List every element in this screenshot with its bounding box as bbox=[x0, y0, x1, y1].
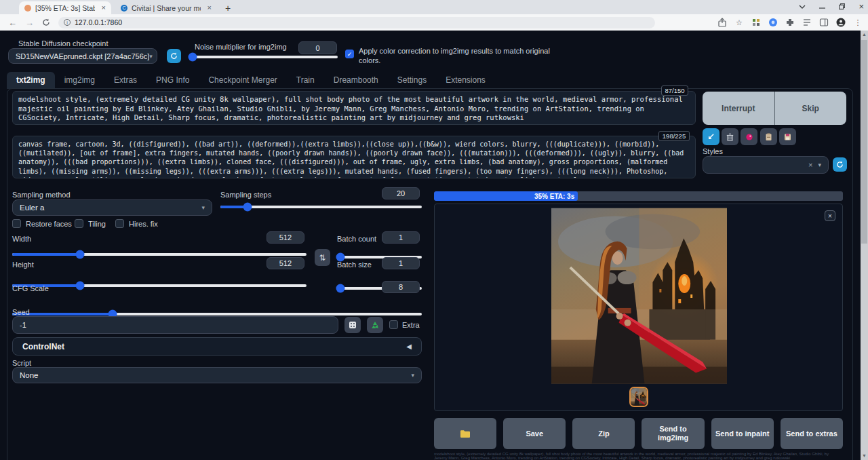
script-dropdown[interactable]: None ▾ bbox=[12, 367, 422, 383]
prompt-input[interactable]: modelshoot style, (extremely detailed CG… bbox=[12, 91, 696, 125]
hires-fix-checkbox[interactable] bbox=[115, 219, 124, 228]
checkpoint-value: SD15NewVAEpruned.ckpt [27a4ac756c] bbox=[16, 52, 149, 60]
hires-fix-option[interactable]: Hires. fix bbox=[115, 219, 158, 228]
checkpoint-dropdown[interactable]: SD15NewVAEpruned.ckpt [27a4ac756c] ▾ bbox=[8, 48, 157, 64]
browser-tab-stable-diffusion[interactable]: [35% ETA: 3s] Stable Diffusion × bbox=[19, 1, 111, 14]
swap-width-height-button[interactable]: ⇅ bbox=[315, 249, 330, 266]
slider-knob[interactable] bbox=[336, 284, 345, 293]
side-panel-icon[interactable] bbox=[819, 18, 829, 27]
sampling-steps-value[interactable]: 20 bbox=[382, 187, 420, 199]
open-folder-button[interactable] bbox=[434, 418, 496, 449]
send-to-extras-button[interactable]: Send to extras bbox=[781, 418, 843, 449]
tiling-checkbox[interactable] bbox=[75, 219, 83, 228]
sampling-steps-slider[interactable] bbox=[220, 206, 422, 208]
seed-input[interactable]: -1 bbox=[12, 316, 338, 334]
page-info-icon[interactable]: i bbox=[64, 19, 71, 26]
noise-multiplier-value[interactable]: 0 bbox=[298, 41, 337, 54]
controlnet-label: ControlNet bbox=[22, 342, 64, 351]
profile-avatar[interactable] bbox=[836, 18, 846, 27]
send-to-img2img-button[interactable]: Send to img2img bbox=[642, 418, 704, 449]
width-value[interactable]: 512 bbox=[267, 231, 304, 244]
color-correction-checkbox[interactable]: ✓ bbox=[345, 50, 354, 58]
slider-knob[interactable] bbox=[75, 250, 84, 259]
slider-knob[interactable] bbox=[243, 203, 252, 212]
width-slider[interactable] bbox=[12, 253, 307, 256]
tab-train[interactable]: Train bbox=[287, 72, 324, 89]
scroll-up-icon[interactable]: ▲ bbox=[861, 31, 868, 39]
paste-generation-params-button[interactable] bbox=[703, 128, 719, 145]
reload-icon[interactable] bbox=[42, 18, 50, 26]
tab-extras[interactable]: Extras bbox=[104, 72, 146, 89]
controlnet-accordion[interactable]: ControlNet ◀ bbox=[12, 337, 422, 356]
interrupt-button[interactable]: Interrupt bbox=[703, 92, 775, 125]
tiling-option[interactable]: Tiling bbox=[75, 219, 106, 228]
cfg-scale-slider[interactable] bbox=[12, 313, 422, 315]
extension-blue-circle-icon[interactable] bbox=[768, 18, 778, 27]
gallery-thumbnail[interactable] bbox=[629, 387, 648, 407]
tab-png-info[interactable]: PNG Info bbox=[146, 72, 199, 89]
zip-button[interactable]: Zip bbox=[572, 418, 635, 449]
minimize-icon[interactable] bbox=[819, 3, 825, 9]
height-value[interactable]: 512 bbox=[267, 257, 304, 269]
tab-dreambooth[interactable]: Dreambooth bbox=[324, 72, 388, 89]
reuse-seed-button[interactable] bbox=[367, 317, 383, 333]
browser-menu-icon[interactable]: ⋮ bbox=[853, 18, 863, 27]
browser-tab-title: [35% ETA: 3s] Stable Diffusion bbox=[35, 4, 95, 12]
clear-prompt-button[interactable] bbox=[722, 128, 738, 145]
extra-networks-button[interactable] bbox=[741, 128, 757, 145]
scroll-down-icon[interactable]: ▼ bbox=[861, 452, 868, 460]
save-style-button[interactable] bbox=[779, 128, 796, 145]
restore-faces-option[interactable]: Restore faces bbox=[12, 219, 72, 228]
restore-icon[interactable] bbox=[839, 3, 845, 9]
tab-checkpoint-merger[interactable]: Checkpoint Merger bbox=[199, 72, 286, 89]
sampling-method-value: Euler a bbox=[20, 204, 44, 212]
forward-icon[interactable]: → bbox=[25, 18, 34, 28]
page-scrollbar[interactable]: ▲ ▼ bbox=[861, 31, 868, 460]
scrollbar-thumb[interactable] bbox=[861, 40, 867, 244]
skip-button[interactable]: Skip bbox=[775, 92, 847, 125]
close-icon[interactable]: × bbox=[859, 1, 864, 12]
tab-close-icon[interactable]: × bbox=[208, 4, 212, 12]
sampling-method-dropdown[interactable]: Euler a ▾ bbox=[12, 199, 212, 216]
tab-img2img[interactable]: img2img bbox=[55, 72, 104, 89]
clear-styles-icon[interactable]: × bbox=[808, 161, 812, 169]
extensions-puzzle-icon[interactable] bbox=[785, 18, 795, 27]
refresh-checkpoints-button[interactable] bbox=[167, 49, 181, 63]
batch-count-value[interactable]: 1 bbox=[382, 231, 420, 244]
batch-size-value[interactable]: 1 bbox=[382, 257, 420, 269]
browser-tab-civitai[interactable]: C Civitai | Share your models × bbox=[115, 1, 217, 14]
back-icon[interactable]: ← bbox=[8, 18, 17, 28]
cfg-scale-value[interactable]: 8 bbox=[382, 281, 420, 293]
height-slider[interactable] bbox=[12, 284, 307, 287]
chevron-down-icon[interactable] bbox=[799, 5, 806, 9]
slider-knob[interactable] bbox=[75, 282, 84, 290]
address-bar[interactable]: i 127.0.0.1:7860 bbox=[58, 17, 655, 28]
bookmark-star-icon[interactable]: ☆ bbox=[734, 18, 744, 27]
tab-settings[interactable]: Settings bbox=[388, 72, 436, 89]
generated-image[interactable] bbox=[551, 208, 727, 384]
tab-txt2img[interactable]: txt2img bbox=[7, 72, 55, 89]
extra-seed-label: Extra bbox=[402, 321, 420, 329]
send-to-inpaint-button[interactable]: Send to inpaint bbox=[711, 418, 774, 449]
new-tab-button[interactable]: + bbox=[225, 3, 231, 14]
share-icon[interactable] bbox=[717, 18, 727, 27]
color-correction-label: Apply color correction to img2img result… bbox=[359, 46, 569, 65]
slider-knob[interactable] bbox=[189, 53, 197, 62]
tab-extensions[interactable]: Extensions bbox=[436, 72, 495, 89]
save-button[interactable]: Save bbox=[503, 418, 566, 449]
noise-multiplier-slider[interactable] bbox=[190, 56, 338, 58]
trash-icon bbox=[726, 133, 734, 141]
reading-list-icon[interactable] bbox=[802, 18, 812, 27]
styles-dropdown[interactable]: × ▾ bbox=[703, 156, 829, 174]
close-preview-icon[interactable]: × bbox=[825, 210, 835, 221]
refresh-styles-button[interactable] bbox=[833, 157, 847, 172]
tab-close-icon[interactable]: × bbox=[102, 4, 106, 12]
apply-style-button[interactable] bbox=[760, 128, 777, 145]
restore-faces-checkbox[interactable] bbox=[12, 219, 21, 228]
extension-grid-icon[interactable] bbox=[751, 18, 761, 27]
negative-prompt-input[interactable]: canvas frame, cartoon, 3d, ((disfigured)… bbox=[12, 136, 696, 178]
extra-seed-option[interactable]: Extra bbox=[389, 320, 420, 329]
seed-value: -1 bbox=[20, 321, 26, 329]
extra-seed-checkbox[interactable] bbox=[389, 320, 398, 329]
random-seed-button[interactable] bbox=[344, 317, 361, 333]
